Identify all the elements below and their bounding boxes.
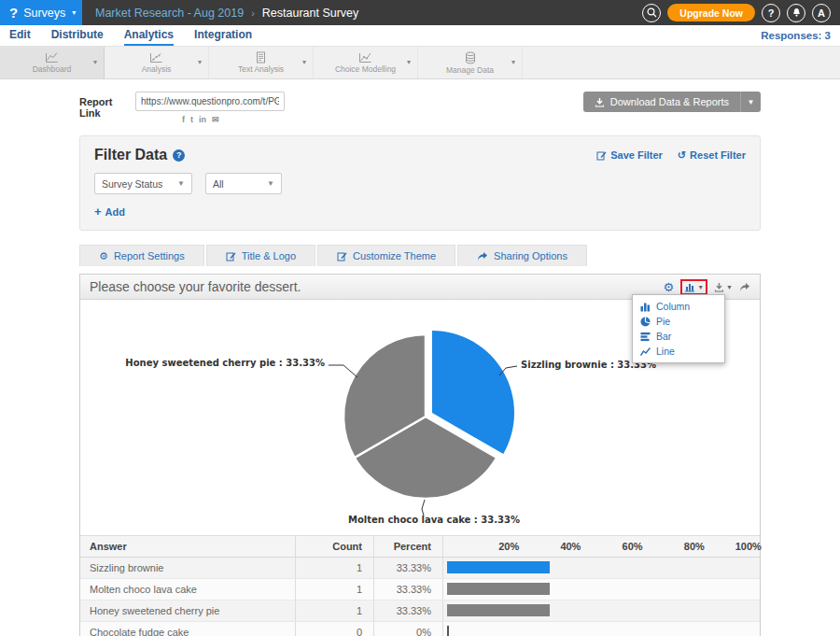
report-link-label: Report Link [79, 96, 135, 124]
breadcrumb-folder[interactable]: Market Research - Aug 2019 [95, 7, 244, 20]
chart-settings-button[interactable]: ⚙ [663, 281, 674, 293]
line-chart-icon [640, 346, 651, 357]
email-icon[interactable]: ✉ [212, 115, 219, 124]
col-percent: Percent [373, 536, 442, 557]
product-label: Surveys [23, 7, 65, 20]
tab-label: Text Analysis [238, 64, 284, 74]
chart-type-button[interactable]: ▼ [684, 282, 704, 292]
help-icon[interactable]: ? [173, 149, 185, 162]
export-chart-button[interactable]: ▼ [714, 282, 733, 292]
nav-edit[interactable]: Edit [9, 25, 31, 46]
nav-distribute[interactable]: Distribute [51, 25, 104, 46]
add-filter-row: + Add [94, 205, 746, 219]
search-icon [647, 7, 657, 18]
notifications-button[interactable] [787, 4, 805, 22]
tab-title-logo[interactable]: Title & Logo [206, 245, 315, 266]
tab-customize-theme[interactable]: Customize Theme [317, 245, 455, 266]
menu-item-column[interactable]: Column [633, 299, 724, 314]
social-share-row: f t in ✉ [182, 115, 285, 124]
twitter-icon[interactable]: t [190, 115, 193, 124]
menu-item-bar[interactable]: Bar [633, 329, 724, 344]
chart-type-menu: Column Pie Bar [632, 294, 725, 363]
gears-icon: ⚙ [99, 250, 108, 262]
filter-value-select[interactable]: All ▼ [205, 173, 282, 194]
question-panel: Please choose your favorite dessert. ⚙ ▼ [79, 274, 761, 636]
facebook-icon[interactable]: f [182, 115, 185, 124]
search-button[interactable] [642, 4, 661, 22]
tab-label: Customize Theme [353, 250, 436, 261]
tab-choice-modelling[interactable]: Choice Modelling ▾ [314, 47, 418, 78]
share-chart-button[interactable] [739, 282, 750, 292]
reset-filter-label: Reset Filter [690, 149, 746, 161]
answer-table: Answer Count Percent 20% 40% 60% 80% 100… [80, 535, 760, 636]
column-chart-icon [640, 302, 651, 312]
filter-field-select[interactable]: Survey Status ▼ [94, 173, 192, 194]
question-title: Please choose your favorite dessert. [90, 279, 301, 294]
tab-sharing-options[interactable]: Sharing Options [457, 245, 587, 266]
upgrade-now-button[interactable]: Upgrade Now [667, 4, 755, 21]
nav-analytics[interactable]: Analytics [124, 25, 174, 46]
analytics-toolbar: Dashboard ▾ Analysis ▾ Text Analysis ▾ C… [0, 47, 840, 79]
edit-icon [226, 251, 236, 261]
chevron-down-icon[interactable]: ▾ [93, 58, 97, 66]
tab-dashboard[interactable]: Dashboard ▾ [0, 47, 105, 78]
edit-icon [596, 150, 607, 161]
chevron-down-icon[interactable]: ▾ [198, 58, 202, 66]
tab-manage-data[interactable]: Manage Data ▾ [418, 47, 523, 78]
tab-report-settings[interactable]: ⚙ Report Settings [79, 245, 204, 266]
breadcrumb: Market Research - Aug 2019 › Restaurant … [82, 0, 371, 25]
annotation-highlight-box: ▼ [680, 279, 707, 295]
count-cell: 0 [295, 622, 373, 636]
report-link-input[interactable] [135, 92, 285, 111]
percent-cell: 33.33% [373, 579, 442, 600]
pie-label-honey-sweetened-cherry-pie: Honey sweetened cherry pie : 33.33% [80, 358, 325, 368]
pie-label-molten-choco-lava-cake: Molten choco lava cake : 33.33% [348, 515, 520, 525]
chevron-down-icon: ▾ [72, 8, 76, 17]
main-nav: Edit Distribute Analytics Integration Re… [0, 25, 840, 47]
nav-integration[interactable]: Integration [194, 25, 252, 46]
menu-item-pie[interactable]: Pie [633, 314, 724, 329]
chevron-down-icon[interactable]: ▾ [511, 58, 515, 66]
save-filter-link[interactable]: Save Filter [596, 149, 663, 161]
tab-analysis[interactable]: Analysis ▾ [105, 47, 209, 78]
help-button[interactable]: ? [762, 4, 780, 22]
percent-cell: 33.33% [373, 558, 442, 578]
chevron-down-icon[interactable]: ▾ [407, 58, 411, 66]
chevron-down-icon: ▼ [726, 284, 733, 290]
table-row[interactable]: Molten choco lava cake 1 33.33% [80, 579, 760, 601]
responses-count[interactable]: Responses: 3 [761, 30, 831, 41]
count-cell: 1 [295, 579, 373, 600]
table-row[interactable]: Sizzling brownie 1 33.33% [80, 558, 760, 579]
download-label: Download Data & Reports [610, 96, 729, 107]
chevron-down-icon: ▼ [168, 179, 185, 188]
avatar[interactable]: A [812, 4, 831, 22]
tab-label: Analysis [142, 64, 172, 74]
bell-icon [791, 7, 802, 18]
add-filter-link[interactable]: + Add [94, 205, 746, 219]
count-cell: 1 [295, 601, 373, 621]
linkedin-icon[interactable]: in [199, 115, 206, 124]
menu-item-label: Line [656, 346, 675, 357]
download-data-reports-button[interactable]: Download Data & Reports [583, 92, 740, 112]
table-row[interactable]: Chocolate fudge cake 0 0% [80, 622, 760, 636]
percent-cell: 0% [373, 622, 442, 636]
tab-label: Choice Modelling [335, 64, 396, 74]
share-arrow-icon [477, 251, 488, 261]
axis-tick: 60% [623, 541, 643, 552]
table-row[interactable]: Honey sweetened cherry pie 1 33.33% [80, 601, 760, 622]
report-link-row: Report Link f t in ✉ Download Data & Rep… [79, 92, 761, 124]
download-options-caret[interactable]: ▼ [740, 92, 761, 112]
count-cell: 1 [295, 558, 373, 578]
percent-bar [447, 583, 550, 595]
menu-item-line[interactable]: Line [633, 344, 724, 359]
axis-tick: 40% [560, 541, 581, 552]
breadcrumb-survey: Restaurant Survey [262, 7, 359, 20]
surveys-product-menu[interactable]: ? Surveys ▾ [0, 0, 82, 25]
report-settings-tabs: ⚙ Report Settings Title & Logo Customize… [79, 245, 761, 266]
col-answer: Answer [80, 536, 295, 557]
plus-icon: + [94, 205, 102, 219]
tab-text-analysis[interactable]: Text Analysis ▾ [209, 47, 314, 78]
chevron-down-icon[interactable]: ▾ [302, 58, 306, 66]
axis-tick: 20% [498, 541, 519, 552]
reset-filter-link[interactable]: ↺ Reset Filter [678, 149, 746, 162]
